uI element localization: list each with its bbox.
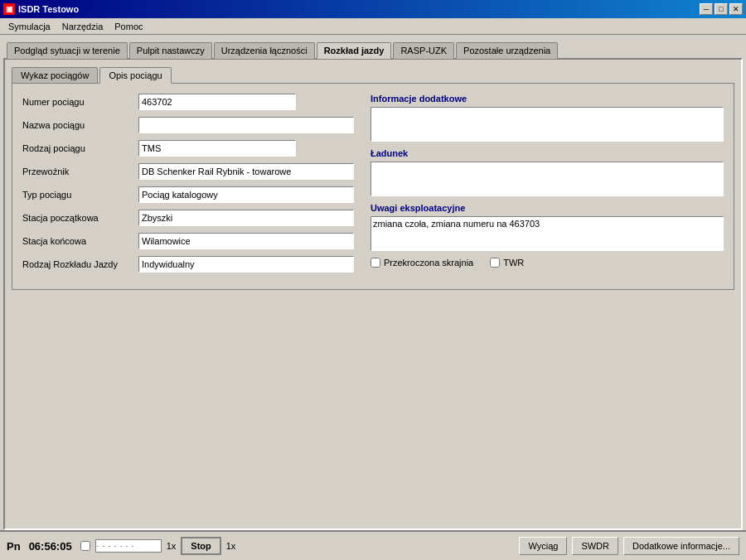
label-rodzaj-pociagu: Rodzaj pociągu <box>22 143 138 153</box>
label-skrajnia: Przekroczona skrajnia <box>384 258 473 268</box>
window-title: ISDR Testowo <box>18 4 79 14</box>
maximize-button[interactable]: □ <box>715 3 728 15</box>
swdr-button[interactable]: SWDR <box>572 537 618 555</box>
section-title-info: Informacje dodatkowe <box>371 94 724 104</box>
label-numer-pociagu: Numer pociągu <box>22 97 138 107</box>
input-rodzaj-rozkladu[interactable] <box>138 256 354 273</box>
tab-content-area: Wykaz pociągów Opis pociągu Numer pociąg… <box>3 58 743 530</box>
input-stacja-koncowa[interactable] <box>138 233 354 249</box>
title-bar-buttons: ─ □ ✕ <box>700 3 743 15</box>
label-twr: TWR <box>503 258 524 268</box>
inner-tab-bar: Wykaz pociągów Opis pociągu <box>12 66 734 83</box>
tab-pozostale[interactable]: Pozostałe urządzenia <box>456 42 558 59</box>
label-przewoznik: Przewoźnik <box>22 167 138 176</box>
minimize-button[interactable]: ─ <box>700 3 713 15</box>
input-numer-pociagu[interactable] <box>138 94 296 110</box>
tab-urzadzenia-lacznosci[interactable]: Urządzenia łączności <box>214 42 315 59</box>
form-left: Numer pociągu Nazwa pociągu Rodzaj pocią… <box>22 94 354 279</box>
row-typ-pociagu: Typ pociągu <box>22 186 354 203</box>
row-nazwa-pociagu: Nazwa pociągu <box>22 117 354 133</box>
label-rodzaj-rozkladu: Rodzaj Rozkładu Jazdy <box>22 259 138 269</box>
section-title-uwagi: Uwagi eksploatacyjne <box>371 203 724 213</box>
checkbox-skrajnia-item: Przekroczona skrajnia <box>371 258 473 268</box>
row-stacja-koncowa: Stacja końcowa <box>22 233 354 249</box>
input-stacja-poczatkowa[interactable] <box>138 210 354 226</box>
outer-tab-bar: Podgląd sytuacji w terenie Pulpit nastaw… <box>0 35 746 58</box>
stop-button[interactable]: Stop <box>181 537 220 555</box>
tab-pulpit[interactable]: Pulpit nastawczy <box>129 42 212 59</box>
menu-pomoc[interactable]: Pomoc <box>109 20 148 33</box>
checkbox-row: Przekroczona skrajnia TWR <box>371 258 724 268</box>
input-rodzaj-pociagu[interactable] <box>138 140 296 157</box>
window-icon: ▣ <box>3 3 15 15</box>
label-stacja-poczatkowa: Stacja początkowa <box>22 213 138 223</box>
status-speed1: 1x <box>167 541 177 551</box>
tab-wykaz-pociagow[interactable]: Wykaz pociągów <box>12 67 98 84</box>
progress-dots: · · · · · · · <box>97 542 135 550</box>
wyciag-button[interactable]: Wyciąg <box>519 537 567 555</box>
input-typ-pociagu[interactable] <box>138 186 354 203</box>
row-stacja-poczatkowa: Stacja początkowa <box>22 210 354 226</box>
label-typ-pociagu: Typ pociągu <box>22 190 138 200</box>
tab-podglad[interactable]: Podgląd sytuacji w terenie <box>7 42 128 59</box>
tab-rozklad-jazdy[interactable]: Rozkład jazdy <box>317 42 392 59</box>
tab-opis-pociagu[interactable]: Opis pociągu <box>99 67 171 84</box>
section-title-ladunek: Ładunek <box>371 148 724 158</box>
row-przewoznik: Przewoźnik <box>22 163 354 180</box>
textarea-uwagi-container <box>371 216 724 251</box>
textarea-ladunek[interactable] <box>371 162 724 196</box>
form-right: Informacje dodatkowe Ładunek Uwagi ekspl… <box>371 94 724 279</box>
input-nazwa-pociagu[interactable] <box>138 117 354 133</box>
label-nazwa-pociagu: Nazwa pociągu <box>22 120 138 130</box>
row-rodzaj-rozkladu: Rodzaj Rozkładu Jazdy <box>22 256 354 273</box>
checkbox-skrajnia[interactable] <box>371 258 380 268</box>
status-day: Pn <box>7 540 21 553</box>
label-stacja-koncowa: Stacja końcowa <box>22 236 138 246</box>
close-button[interactable]: ✕ <box>729 3 743 15</box>
status-time: 06:56:05 <box>29 540 72 553</box>
menu-bar: Symulacja Narzędzia Pomoc <box>0 18 746 35</box>
textarea-ladunek-container <box>371 162 724 196</box>
status-checkbox[interactable] <box>80 541 90 551</box>
title-bar: ▣ ISDR Testowo ─ □ ✕ <box>0 0 746 18</box>
menu-narzedzia[interactable]: Narzędzia <box>57 20 109 33</box>
tab-rasp-uzk[interactable]: RASP-UZK <box>393 42 454 59</box>
dodatkowe-button[interactable]: Dodatkowe informacje... <box>623 537 739 555</box>
status-bar: Pn 06:56:05 · · · · · · · 1x Stop 1x Wyc… <box>0 530 746 560</box>
textarea-info-container <box>371 107 724 142</box>
row-numer-pociagu: Numer pociągu <box>22 94 354 110</box>
tab-panel-opis: Numer pociągu Nazwa pociągu Rodzaj pocią… <box>12 83 734 290</box>
textarea-info[interactable] <box>371 107 724 142</box>
checkbox-twr-item: TWR <box>490 258 524 268</box>
status-progress-bar: · · · · · · · <box>95 539 162 553</box>
checkbox-twr[interactable] <box>490 258 500 268</box>
status-speed2: 1x <box>226 541 236 551</box>
textarea-uwagi[interactable] <box>371 216 724 251</box>
menu-symulacja[interactable]: Symulacja <box>3 20 56 33</box>
input-przewoznik[interactable] <box>138 163 354 180</box>
row-rodzaj-pociagu: Rodzaj pociągu <box>22 140 354 157</box>
